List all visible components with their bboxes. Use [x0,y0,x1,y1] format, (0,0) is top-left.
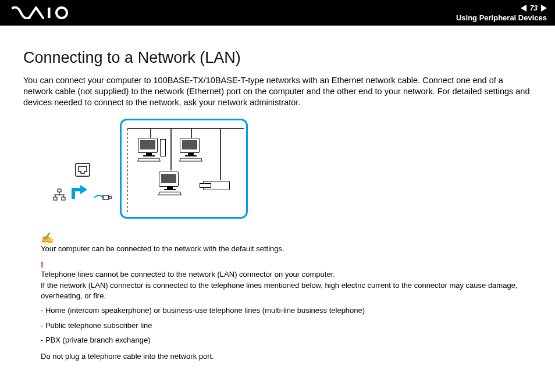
warning-line-2: If the network (LAN) connector is connec… [41,280,532,301]
page-content: Connecting to a Network (LAN) You can co… [0,26,555,361]
svg-rect-0 [48,8,51,18]
network-topology-icon [52,188,66,201]
warning-bullet: - PBX (private branch exchange) [41,335,532,345]
ethernet-port-icon [75,163,90,177]
page-number: 73 [530,4,538,12]
vaio-logo [12,6,76,19]
warning-icon: ! [41,260,44,269]
page-header: 73 Using Peripheral Devices [0,0,555,26]
svg-point-1 [56,8,67,18]
svg-rect-11 [109,197,112,198]
svg-rect-8 [54,197,57,200]
svg-rect-2 [76,163,90,176]
network-diagram [52,119,532,219]
prev-page-button[interactable] [521,5,526,12]
warning-final: Do not plug a telephone cable into the n… [41,351,532,362]
intro-paragraph: You can connect your computer to 100BASE… [23,75,532,108]
note-block: ✍ Your computer can be connected to the … [41,231,532,253]
svg-rect-9 [62,197,65,200]
section-title: Using Peripheral Devices [456,13,547,22]
warning-bullet: - Home (intercom speakerphone) or busine… [41,305,532,316]
warning-line-1: Telephone lines cannot be connected to t… [41,269,532,280]
warning-bullet: - Public telephone subscriber line [41,320,532,331]
network-devices-illustration [120,119,248,219]
next-page-button[interactable] [541,5,547,12]
page-navigation: 73 [521,4,547,12]
cable-plug-icon [93,192,113,201]
warning-block: ! Telephone lines cannot be connected to… [41,260,532,362]
connection-arrow-icon [70,181,90,201]
svg-rect-3 [58,189,61,192]
note-text: Your computer can be connected to the ne… [41,244,284,253]
page-title: Connecting to a Network (LAN) [23,49,532,67]
note-icon: ✍ [41,232,54,244]
